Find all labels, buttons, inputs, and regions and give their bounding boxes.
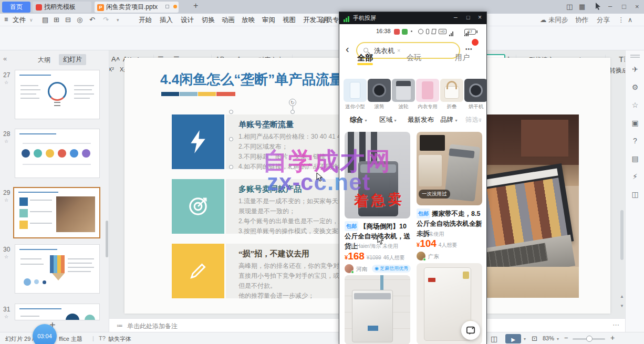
phone-window-titlebar[interactable]: 手机投屏 – □ × <box>339 12 486 24</box>
missing-font-warning[interactable]: 缺失字体 <box>108 335 131 343</box>
menu-start[interactable]: 开始 <box>139 16 152 25</box>
phone-minimize-icon[interactable]: – <box>454 14 458 21</box>
seller-1-avatar[interactable] <box>345 264 354 273</box>
zoom-slider-knob[interactable] <box>586 336 593 342</box>
collapse-panel-icon[interactable]: « <box>3 55 7 62</box>
filter-brand[interactable]: 品牌 ▾ <box>440 116 458 124</box>
product-card-2[interactable]: 一次没用过 包邮搬家带不走，8.5公斤全自动洗衣机全新未拆 全新 未使用 ¥10… <box>417 132 482 344</box>
new-tab-button[interactable]: + <box>193 1 198 11</box>
product-2-image[interactable]: 一次没用过 <box>417 132 482 205</box>
tab-slides[interactable]: 幻灯片 <box>59 54 86 65</box>
result-tab-all[interactable]: 全部 <box>357 53 373 63</box>
selection-handle[interactable] <box>229 165 233 169</box>
chat-fab[interactable] <box>461 321 480 340</box>
selection-handle[interactable] <box>229 137 233 141</box>
preview-icon[interactable]: ◎ <box>77 16 82 24</box>
help-tool-icon[interactable]: ? <box>626 137 644 145</box>
home-tab[interactable]: 首页 <box>2 2 30 13</box>
fullscreen-icon[interactable]: ⊡ <box>532 335 537 342</box>
split-view-icon[interactable]: ◫ <box>566 3 573 11</box>
grid-view-icon[interactable]: ▦ <box>579 3 585 11</box>
layers-tool-icon[interactable]: ▣ <box>626 119 644 127</box>
selection-handle[interactable] <box>229 110 233 114</box>
theme-name[interactable]: ffice 主题 <box>59 335 82 343</box>
phone-maximize-icon[interactable]: □ <box>466 14 470 20</box>
slide-thumbnail-29-selected[interactable] <box>13 187 100 238</box>
sync-status[interactable]: 未同步 <box>548 16 568 25</box>
section1-icon-square[interactable] <box>172 114 224 169</box>
filter-region[interactable]: 区域 ▾ <box>379 116 397 124</box>
reading-view-icon[interactable]: ◫ <box>491 335 497 343</box>
category-mini[interactable]: 迷你小型 <box>344 79 367 110</box>
redo-icon[interactable]: ↷ <box>103 16 109 24</box>
section3-icon-square[interactable] <box>172 244 224 298</box>
panel-scrollbar[interactable] <box>106 221 108 257</box>
slide-thumbnail-31[interactable] <box>15 304 100 320</box>
category-underwear[interactable]: 内衣专用 <box>416 79 439 110</box>
export-icon[interactable]: ⊞ <box>54 16 59 24</box>
product-3-image[interactable] <box>345 275 410 344</box>
result-tab-users[interactable]: 用户 <box>455 53 470 62</box>
play-slideshow-button[interactable]: ▶ <box>505 334 521 343</box>
tab-outline[interactable]: 大纲 <box>38 56 50 65</box>
image-tool-icon[interactable]: ▤ <box>626 154 644 163</box>
recording-timer-bubble[interactable]: 03:04 <box>33 324 57 344</box>
next-slide-icon[interactable]: ▼ <box>620 304 624 308</box>
search-query[interactable]: 洗衣机 <box>374 46 394 56</box>
rotate-handle[interactable]: ↻ <box>289 99 296 106</box>
menu-view[interactable]: 视图 <box>283 16 296 25</box>
selection-handle[interactable] <box>290 110 295 114</box>
menu-insert[interactable]: 插入 <box>160 16 173 25</box>
category-drum[interactable]: 滚筒 <box>368 79 391 110</box>
category-folding[interactable]: 折叠 <box>440 79 463 110</box>
slide-thumbnail-30[interactable] <box>15 244 100 294</box>
category-pulsator[interactable]: 波轮 <box>392 79 415 110</box>
menu-transition[interactable]: 切换 <box>202 16 215 25</box>
collapse-ribbon-icon[interactable]: ∧ <box>628 16 632 24</box>
zoom-out-icon[interactable]: − <box>564 334 568 342</box>
clear-search-icon[interactable]: × <box>397 47 400 54</box>
increase-font-icon[interactable]: A˄ <box>111 55 120 63</box>
zoom-options-icon[interactable]: ▾ <box>557 337 559 341</box>
filter-more[interactable]: 筛选⊽ <box>465 116 482 124</box>
window-minimize-icon[interactable]: – <box>608 2 612 10</box>
effects-tool-icon[interactable]: ☆ <box>626 101 644 109</box>
collab-button[interactable]: 协作 <box>575 16 588 25</box>
slide-thumbnail-28[interactable] <box>15 129 100 178</box>
zoom-in-icon[interactable]: + <box>610 333 615 342</box>
reference-tool-icon[interactable]: ◫ <box>626 190 644 199</box>
share-button[interactable]: 分享 <box>597 16 610 25</box>
undo-icon[interactable]: ↶ <box>89 16 95 24</box>
filter-newest[interactable]: 最新发布 <box>408 116 434 124</box>
notes-placeholder[interactable]: 单击此处添加备注 <box>127 322 178 331</box>
more-commands-icon[interactable]: ▾ <box>117 17 119 23</box>
back-icon[interactable]: ‹ <box>346 43 349 55</box>
hamburger-icon[interactable]: ≡ <box>4 16 8 23</box>
seller-2-avatar[interactable] <box>417 252 425 260</box>
filter-sort[interactable]: 综合 ▾ <box>350 116 367 124</box>
tab-close-icon[interactable] <box>165 5 169 8</box>
slide-thumbnail-27[interactable] <box>15 70 100 119</box>
slide-title[interactable]: 4.4闲鱼怎么“垄断”单产品流量 <box>160 70 343 89</box>
menu-animation[interactable]: 动画 <box>222 16 235 25</box>
rocket-tool-icon[interactable]: ✈ <box>626 65 644 74</box>
settings-tool-icon[interactable]: ⚙ <box>626 83 644 91</box>
print-icon[interactable]: ⊟ <box>65 16 71 24</box>
rail-handle[interactable] <box>630 55 640 56</box>
flash-tool-icon[interactable]: ⚡ <box>626 172 644 181</box>
tab-docer[interactable]: 找稻壳模板 <box>33 2 91 13</box>
menu-slideshow[interactable]: 放映 <box>242 16 255 25</box>
more-menu-icon[interactable]: ⋮ <box>618 16 625 24</box>
slide-scrollbar[interactable] <box>620 210 624 260</box>
more-options-icon[interactable]: ••• <box>465 46 473 52</box>
play-options-icon[interactable]: ▾ <box>524 337 526 341</box>
window-close-icon[interactable]: × <box>635 3 639 11</box>
zoom-level[interactable]: 83% <box>543 335 554 341</box>
file-menu[interactable]: 文件 <box>13 16 26 25</box>
category-dryer[interactable]: 烘干机 <box>464 79 486 110</box>
zoom-slider[interactable] <box>573 338 605 340</box>
menu-design[interactable]: 设计 <box>181 16 194 25</box>
section2-icon-square[interactable] <box>172 179 224 234</box>
result-tab-fun[interactable]: 会玩 <box>407 53 421 62</box>
notes-more-icon[interactable]: ⋯ <box>612 321 619 329</box>
